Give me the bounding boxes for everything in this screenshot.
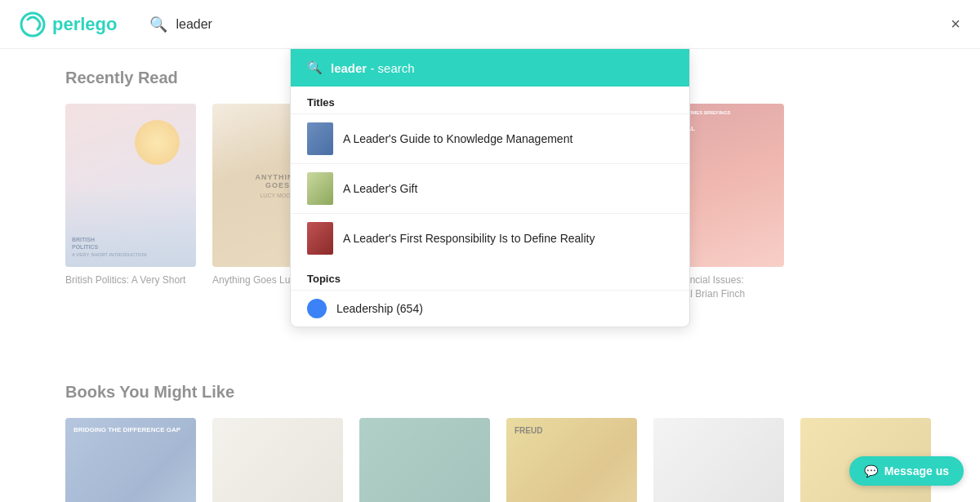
bp-text-block: BRITISHPOLITICSa very short introduction — [72, 236, 147, 259]
topic-label-leadership: Leadership (654) — [336, 302, 423, 315]
freud-text: FREUD — [506, 418, 637, 443]
book-cover-bridging[interactable]: BRIDGING THE DIFFERENCE GAP — [65, 418, 196, 502]
header: perlego 🔍 × — [0, 0, 980, 49]
search-suffix: - search — [370, 61, 414, 75]
logo[interactable]: perlego — [20, 11, 117, 38]
book-cover-teal[interactable] — [359, 418, 490, 502]
dropdown-search-all[interactable]: 🔍 leader - search — [291, 49, 689, 87]
book-thumb-responsibility — [307, 222, 333, 255]
title-label-2: A Leader's Gift — [343, 182, 417, 195]
search-container: 🔍 — [149, 16, 918, 33]
book-cover-social[interactable] — [212, 418, 343, 502]
book-thumb-knowledge — [307, 122, 333, 155]
sun-decoration — [135, 120, 180, 165]
perlego-logo-icon — [20, 11, 46, 38]
book-cover-freud[interactable]: FREUD — [506, 418, 637, 502]
dropdown-search-icon: 🔍 — [307, 60, 323, 75]
search-input[interactable] — [176, 17, 918, 32]
search-bar: 🔍 — [149, 16, 918, 33]
book-cover-british-politics: BRITISHPOLITICSa very short introduction — [65, 104, 196, 267]
book-title-british-politics: British Politics: A Very Short — [65, 273, 185, 287]
topics-section-label: Topics — [291, 263, 689, 290]
topic-item-leadership[interactable]: Leadership (654) — [291, 290, 689, 327]
message-us-button[interactable]: 💬 Message us — [849, 456, 964, 486]
might-like-title: Books You Might Like — [65, 383, 915, 402]
close-button[interactable]: × — [951, 15, 960, 33]
message-icon: 💬 — [864, 464, 878, 478]
bridging-text: BRIDGING THE DIFFERENCE GAP — [65, 418, 196, 442]
book-cover-publication[interactable] — [653, 418, 784, 502]
logo-text: perlego — [52, 14, 117, 35]
titles-section-label: Titles — [291, 87, 689, 113]
title-item-2[interactable]: A Leader's Gift — [291, 163, 689, 213]
book-thumb-gift — [307, 172, 333, 205]
title-item-1[interactable]: A Leader's Guide to Knowledge Management — [291, 113, 689, 163]
title-label-3: A Leader's First Responsibility Is to De… — [343, 232, 595, 245]
dropdown-search-text: leader - search — [331, 61, 415, 75]
books-you-might-like-section: Books You Might Like BRIDGING THE DIFFER… — [65, 383, 915, 502]
book-card-british-politics[interactable]: BRITISHPOLITICSa very short introduction… — [65, 104, 196, 301]
might-like-row: BRIDGING THE DIFFERENCE GAP FREUD — [65, 418, 915, 502]
bp-title-text: BRITISHPOLITICSa very short introduction — [72, 236, 147, 259]
title-item-3[interactable]: A Leader's First Responsibility Is to De… — [291, 213, 689, 263]
search-icon: 🔍 — [149, 16, 167, 33]
search-query-text: leader — [331, 61, 367, 75]
topic-dot-leadership — [307, 299, 327, 318]
search-dropdown: 🔍 leader - search Titles A Leader's Guid… — [290, 49, 690, 327]
title-label-1: A Leader's Guide to Knowledge Management — [343, 132, 572, 145]
message-label: Message us — [884, 464, 949, 478]
